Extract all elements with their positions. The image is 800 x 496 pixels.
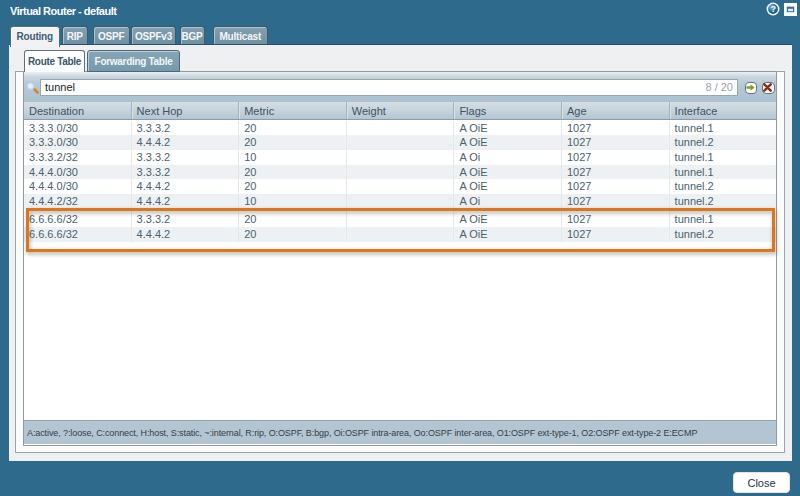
svg-text:?: ? [771,4,776,14]
